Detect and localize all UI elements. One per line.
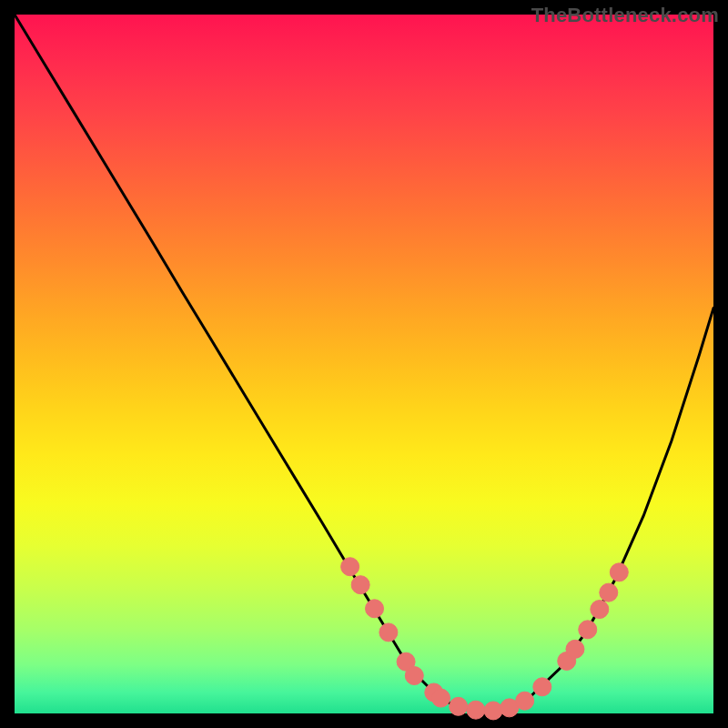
curve-markers xyxy=(341,558,629,720)
marker-point xyxy=(366,600,384,618)
marker-point xyxy=(379,623,398,642)
marker-point xyxy=(533,678,551,696)
marker-point xyxy=(341,558,359,576)
chart-stage: TheBottleneck.com xyxy=(0,0,728,728)
marker-point xyxy=(467,701,485,719)
curve-svg xyxy=(15,15,713,713)
marker-point xyxy=(431,689,450,707)
marker-point xyxy=(450,697,468,715)
marker-point xyxy=(579,621,597,639)
marker-point xyxy=(591,601,609,619)
marker-point xyxy=(600,583,618,602)
marker-point xyxy=(405,667,423,685)
marker-point xyxy=(516,692,534,710)
bottleneck-curve xyxy=(15,15,713,711)
marker-point xyxy=(484,702,502,720)
plot-area xyxy=(15,15,713,713)
marker-point xyxy=(566,640,584,658)
marker-point xyxy=(610,563,628,581)
marker-point xyxy=(351,576,369,594)
